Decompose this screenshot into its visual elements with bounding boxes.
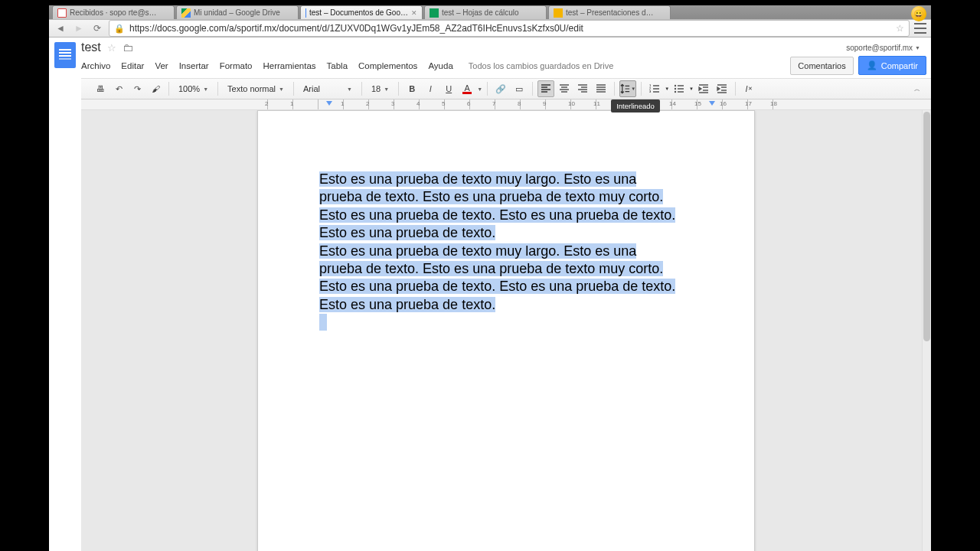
font-size-value: 18 (371, 84, 381, 93)
chevron-down-icon[interactable]: ▼ (689, 86, 694, 91)
ruler-left-marker-icon[interactable] (326, 101, 332, 106)
chevron-down-icon: ▼ (279, 86, 284, 92)
chevron-down-icon: ▼ (203, 86, 208, 92)
sheets-icon (430, 8, 439, 18)
user-email-text: soporte@sportif.mx (846, 44, 913, 52)
save-status: Todos los cambios guardados en Drive (469, 61, 614, 70)
align-right-button[interactable] (574, 80, 591, 97)
svg-point-4 (675, 88, 676, 90)
increase-indent-button[interactable] (714, 80, 730, 97)
paint-format-button[interactable]: 🖌 (147, 80, 164, 97)
undo-button[interactable]: ↶ (110, 80, 127, 97)
chevron-down-icon: ▼ (915, 45, 920, 51)
bulleted-list-button[interactable] (671, 80, 688, 97)
align-left-button[interactable] (537, 80, 554, 97)
forward-button[interactable]: ► (72, 23, 86, 34)
svg-text:3: 3 (649, 90, 652, 93)
style-value: Texto normal (227, 84, 276, 93)
person-icon: 👤 (867, 60, 877, 70)
chevron-down-icon: ▼ (384, 86, 389, 92)
url-text: https://docs.google.com/a/sportif.mx/doc… (129, 23, 891, 34)
italic-button[interactable]: I (422, 80, 439, 97)
slides-icon (554, 8, 563, 18)
font-dropdown[interactable]: Arial ▼ (299, 80, 357, 97)
selected-text-line: Esto es una prueba de texto muy largo. E… (319, 171, 636, 187)
document-text[interactable]: Esto es una prueba de texto muy largo. E… (319, 171, 693, 334)
align-center-button[interactable] (556, 80, 573, 97)
share-label: Compartir (881, 61, 918, 70)
menu-formato[interactable]: Formato (220, 61, 253, 70)
gmail-icon (57, 8, 67, 18)
browser-menu-button[interactable] (914, 23, 926, 34)
selected-text-line: Esto es una prueba de texto. Esto es una… (319, 207, 675, 223)
insert-link-button[interactable]: 🔗 (492, 80, 509, 97)
document-title[interactable]: test (81, 41, 101, 54)
align-justify-button[interactable] (593, 80, 609, 97)
user-account[interactable]: soporte@sportif.mx ▼ (846, 44, 925, 52)
menu-editar[interactable]: Editar (121, 61, 144, 70)
docs-logo[interactable] (49, 37, 81, 73)
menu-tabla[interactable]: Tabla (327, 61, 348, 70)
browser-tab-sheets[interactable]: test – Hojas de cálculo (424, 5, 547, 19)
url-field[interactable]: 🔒 https://docs.google.com/a/sportif.mx/d… (109, 20, 910, 37)
menu-ayuda[interactable]: Ayuda (428, 61, 452, 70)
chevron-down-icon[interactable]: ▼ (665, 86, 669, 91)
browser-tab-docs[interactable]: test – Documentos de Goo… ✕ (300, 5, 423, 19)
chevron-down-icon[interactable]: ▼ (477, 86, 482, 92)
tab-label: test – Presentaciones d… (566, 8, 654, 17)
selection-caret (319, 314, 327, 331)
text-color-button[interactable]: A (459, 80, 475, 97)
browser-tab-strip: Recibidos · sopo rte@s… Mi unidad – Goog… (49, 5, 931, 19)
font-value: Arial (303, 84, 320, 93)
browser-address-bar: ◄ ► ⟳ 🔒 https://docs.google.com/a/sporti… (49, 19, 931, 37)
insert-comment-button[interactable]: ▭ (511, 80, 528, 97)
folder-icon[interactable]: 🗀 (122, 41, 133, 54)
font-size-dropdown[interactable]: 18 ▼ (367, 80, 394, 97)
svg-point-5 (675, 91, 676, 93)
reload-button[interactable]: ⟳ (90, 23, 104, 34)
lock-icon: 🔒 (114, 24, 125, 34)
tab-label: Mi unidad – Google Drive (194, 8, 280, 17)
collapse-toolbar-button[interactable]: ︿ (914, 85, 925, 93)
share-button[interactable]: 👤 Compartir (858, 56, 926, 75)
numbered-list-button[interactable]: 123 (646, 80, 663, 97)
chevron-down-icon: ▼ (631, 86, 635, 91)
document-page[interactable]: Esto es una prueba de texto muy largo. E… (257, 110, 755, 551)
paragraph-style-dropdown[interactable]: Texto normal ▼ (223, 80, 289, 97)
close-tab-icon[interactable]: ✕ (411, 9, 417, 17)
docs-icon (305, 8, 306, 18)
document-canvas[interactable]: Esto es una prueba de texto muy largo. E… (81, 110, 931, 551)
tab-label: test – Hojas de cálculo (442, 8, 519, 17)
decrease-indent-button[interactable] (695, 80, 712, 97)
line-spacing-tooltip: Interlineado (611, 99, 660, 112)
tab-label: test – Documentos de Goo… (309, 8, 408, 17)
bookmark-star-icon[interactable]: ☆ (896, 23, 904, 34)
browser-tab-slides[interactable]: test – Presentaciones d… (548, 5, 671, 19)
menu-archivo[interactable]: Archivo (81, 61, 110, 70)
menu-herramientas[interactable]: Herramientas (263, 61, 316, 70)
ruler-right-marker-icon[interactable] (709, 101, 715, 106)
clear-formatting-button[interactable]: I✕ (740, 80, 757, 97)
print-button[interactable]: 🖶 (92, 80, 109, 97)
underline-button[interactable]: U (440, 80, 457, 97)
menu-insertar[interactable]: Insertar (179, 61, 209, 70)
browser-tab-drive[interactable]: Mi unidad – Google Drive (176, 5, 299, 19)
tab-label: Recibidos · sopo rte@s… (70, 8, 157, 17)
back-button[interactable]: ◄ (54, 23, 67, 34)
star-icon[interactable]: ☆ (107, 42, 116, 54)
horizontal-ruler[interactable]: 21123456789101112131415161718 (81, 99, 931, 110)
selected-text-line: prueba de texto. Esto es una prueba de t… (319, 261, 663, 276)
bold-button[interactable]: B (403, 80, 420, 97)
scrollbar-thumb[interactable] (923, 112, 930, 341)
chevron-down-icon: ▼ (347, 86, 352, 92)
line-spacing-button[interactable]: ▼ Interlineado (619, 80, 636, 97)
redo-button[interactable]: ↷ (129, 80, 145, 97)
drive-icon (181, 8, 191, 18)
browser-tab-gmail[interactable]: Recibidos · sopo rte@s… (52, 5, 175, 19)
menu-complementos[interactable]: Complementos (358, 61, 417, 70)
comments-button[interactable]: Comentarios (790, 57, 853, 75)
vertical-scrollbar[interactable] (922, 110, 931, 551)
menu-ver[interactable]: Ver (155, 61, 168, 70)
zoom-dropdown[interactable]: 100% ▼ (174, 80, 213, 97)
zoom-value: 100% (178, 84, 200, 93)
